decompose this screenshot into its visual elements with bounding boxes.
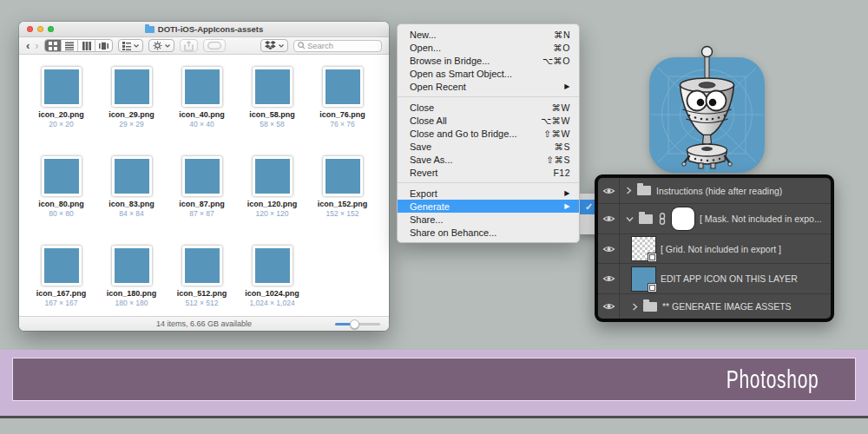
menu-item-share[interactable]: Share... (398, 213, 579, 226)
file-dims: 84 × 84 (119, 209, 144, 218)
menu-item-open-as-smart-object[interactable]: Open as Smart Object... (398, 67, 579, 80)
menu-item-open[interactable]: Open...⌘O (398, 41, 579, 54)
file-item[interactable]: icon_20.png20 × 20 (26, 67, 96, 128)
file-name: icon_80.png (38, 200, 84, 208)
column-view-button[interactable] (78, 40, 95, 51)
mask-link-icon (658, 213, 667, 225)
submenu-arrow-icon: ▶ (564, 202, 570, 210)
visibility-toggle[interactable] (598, 204, 620, 233)
search-input[interactable] (307, 41, 378, 50)
menu-item-generate[interactable]: Generate▶ (398, 200, 579, 213)
file-item[interactable]: icon_29.png29 × 29 (96, 67, 167, 128)
file-icon (182, 156, 222, 196)
page: DOTI-iOS-AppIcons-assets ‹ › (0, 0, 868, 434)
submenu-arrow-icon: ▶ (564, 189, 570, 197)
file-item[interactable]: icon_58.png58 × 58 (237, 67, 307, 128)
menu-item-close[interactable]: Close⌘W (398, 101, 579, 114)
eye-icon (602, 245, 615, 253)
arrange-menu-button[interactable] (118, 39, 143, 52)
menu-item-browse-in-bridge[interactable]: Browse in Bridge...⌥⌘O (398, 54, 579, 67)
back-button[interactable]: ‹ (26, 40, 30, 52)
dropbox-icon (265, 41, 276, 50)
layer-label: EDIT APP ICON ON THIS LAYER (661, 273, 798, 284)
coverflow-view-button[interactable] (95, 40, 112, 51)
tag-icon (207, 42, 221, 49)
file-item[interactable]: icon_167.png167 × 167 (26, 246, 96, 307)
list-view-button[interactable] (62, 40, 78, 51)
menu-item-open-recent[interactable]: Open Recent▶ (398, 80, 579, 93)
eye-icon (602, 302, 615, 311)
file-dims: 20 × 20 (49, 120, 74, 128)
file-item[interactable]: icon_180.png180 × 180 (96, 246, 167, 307)
grid-view-icon (49, 42, 57, 50)
file-item[interactable]: icon_76.png76 × 76 (307, 67, 378, 128)
visibility-toggle[interactable] (598, 178, 620, 203)
layer-row-mask[interactable]: [ Mask. Not included in expo... (598, 204, 831, 234)
file-dims: 40 × 40 (189, 120, 214, 128)
layer-row-generate-assets[interactable]: ** GENERATE IMAGE ASSETS (598, 294, 831, 319)
visibility-toggle[interactable] (598, 234, 620, 263)
file-name: icon_58.png (249, 110, 295, 119)
checkmark-icon: ✓ (585, 201, 593, 213)
menu-item-save[interactable]: Save⌘S (398, 140, 579, 153)
file-name: icon_87.png (179, 200, 225, 208)
file-name: icon_152.png (318, 200, 368, 208)
chevron-down-icon (165, 44, 170, 48)
group-folder-icon (643, 302, 657, 312)
banner-divider (0, 416, 868, 418)
menu-item-export[interactable]: Export▶ (398, 187, 579, 200)
file-name: icon_180.png (107, 289, 157, 298)
file-icon (42, 156, 82, 196)
close-button[interactable] (27, 26, 33, 32)
disclosure-collapsed-icon[interactable] (626, 187, 632, 194)
statusbar: 14 items, 6.66 GB available (19, 316, 389, 331)
file-icon (323, 67, 363, 107)
slider-thumb[interactable] (350, 319, 359, 329)
file-item[interactable]: icon_1024.png1,024 × 1,024 (237, 246, 307, 307)
menu-item-revert[interactable]: RevertF12 (398, 166, 579, 179)
file-item[interactable]: icon_152.png152 × 152 (307, 156, 378, 218)
layer-row-instructions[interactable]: Instructions (hide after reading) (598, 178, 831, 204)
disclosure-collapsed-icon[interactable] (632, 303, 638, 311)
menu-item-save-as[interactable]: Save As...⇧⌘S (398, 153, 579, 166)
icon-view-button[interactable] (45, 40, 62, 51)
action-menu-button[interactable] (148, 39, 174, 52)
visibility-toggle[interactable] (598, 264, 620, 293)
file-item[interactable]: icon_87.png87 × 87 (167, 156, 237, 218)
disclosure-expanded-icon[interactable] (626, 216, 634, 222)
finder-window: DOTI-iOS-AppIcons-assets ‹ › (19, 22, 389, 331)
layer-row-edit-app-icon[interactable]: EDIT APP ICON ON THIS LAYER (598, 264, 831, 294)
finder-content: icon_20.png20 × 20 icon_29.png29 × 29 ic… (19, 56, 389, 316)
file-name: icon_20.png (38, 110, 84, 119)
menu-item-close-all[interactable]: Close All⌥⌘W (398, 114, 579, 127)
file-icon (253, 67, 293, 107)
zoom-button[interactable] (48, 26, 54, 32)
dropbox-menu-button[interactable] (260, 39, 288, 52)
icon-size-slider[interactable] (335, 323, 380, 326)
forward-button[interactable]: › (35, 40, 38, 52)
chevron-down-icon (279, 44, 284, 48)
menu-separator (398, 182, 579, 183)
file-item[interactable]: icon_512.png512 × 512 (167, 246, 237, 307)
file-dims: 76 × 76 (330, 120, 355, 128)
mask-thumbnail[interactable] (672, 207, 694, 230)
file-item[interactable]: icon_80.png80 × 80 (26, 156, 96, 218)
finder-toolbar: ‹ › (19, 37, 389, 55)
visibility-toggle[interactable] (598, 294, 620, 319)
layer-row-grid[interactable]: [ Grid. Not included in export ] (598, 234, 831, 264)
file-dims: 58 × 58 (260, 120, 285, 128)
banner-label: Photoshop (726, 365, 819, 394)
file-item[interactable]: icon_120.png120 × 120 (237, 156, 307, 218)
file-icon (253, 156, 293, 196)
menu-item-share-on-behance[interactable]: Share on Behance... (398, 226, 579, 239)
menu-item-new[interactable]: New...⌘N (398, 28, 579, 41)
file-item[interactable]: icon_83.png84 × 84 (96, 156, 167, 218)
layer-thumbnail-checker[interactable] (632, 237, 655, 260)
share-button[interactable] (180, 39, 198, 52)
layer-thumbnail-blue[interactable] (632, 267, 655, 291)
tags-button[interactable] (203, 39, 226, 52)
file-item[interactable]: icon_40.png40 × 40 (167, 67, 237, 128)
window-title: DOTI-iOS-AppIcons-assets (158, 24, 263, 34)
minimize-button[interactable] (37, 26, 43, 32)
menu-item-close-and-go-to-bridge[interactable]: Close and Go to Bridge...⇧⌘W (398, 127, 579, 140)
